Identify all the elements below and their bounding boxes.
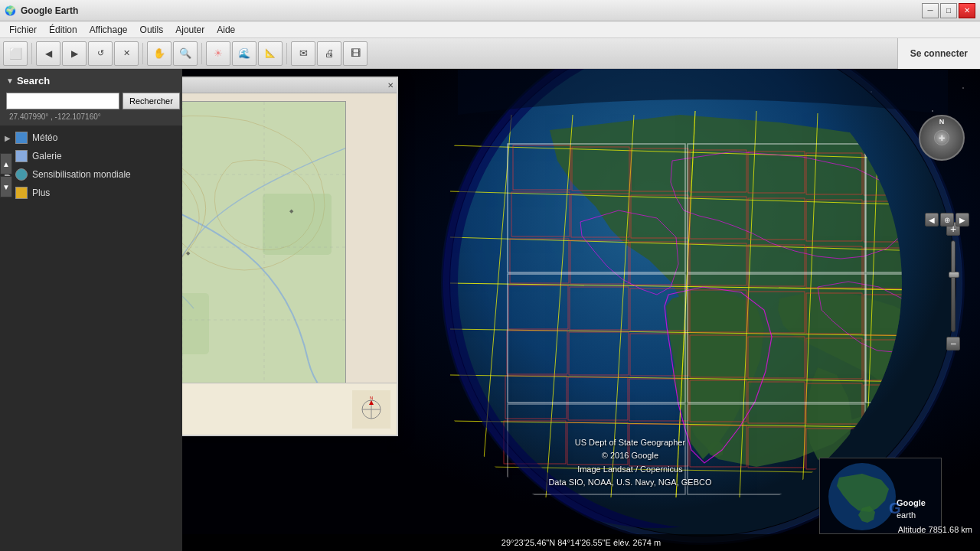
coordinates-text: 29°23'25.46"N 84°14'26.55"E élév. 2674 m <box>501 538 661 547</box>
zoom-control: + − <box>946 222 960 350</box>
layer-item-1[interactable]: ▶ Galerie <box>3 147 179 165</box>
search-input-row: Rechercher <box>3 91 179 111</box>
search-button[interactable]: Rechercher <box>122 93 180 109</box>
stop-button[interactable]: ✕ <box>114 41 139 66</box>
navigation-compass[interactable]: N ✛ <box>919 115 965 161</box>
pan-right-button[interactable]: ▶ <box>956 213 969 227</box>
menu-affichage[interactable]: Affichage <box>83 23 134 37</box>
left-nav-up[interactable]: ▲ <box>0 153 12 174</box>
compass-north-label: N <box>939 118 945 126</box>
layer-label-3: Plus <box>32 187 50 198</box>
maximize-button[interactable]: □ <box>940 3 957 18</box>
svg-rect-99 <box>182 293 209 354</box>
attribution-line2: © 2016 Google <box>548 449 711 463</box>
coords-display: 27.407990° , -122.107160° <box>3 111 179 122</box>
pan-left-button[interactable]: ◀ <box>925 213 939 227</box>
layer-item-3[interactable]: ▶ Plus <box>3 184 179 202</box>
layer-icon-0 <box>15 132 28 144</box>
globe-area[interactable]: US Dept of State Geographer © 2016 Googl… <box>182 69 980 551</box>
search-input[interactable] <box>6 93 119 109</box>
connect-button[interactable]: Se connecter <box>897 38 980 69</box>
toolbar: ⬜ ◀ ▶ ↺ ✕ ✋ 🔍 ☀ 🌊 📐 ✉ 🖨 🎞 Se connecter <box>0 38 980 69</box>
toolbar-sep-3 <box>201 43 202 64</box>
forward-button[interactable]: ▶ <box>62 41 87 66</box>
svg-point-7 <box>962 87 964 89</box>
compass-center[interactable]: ✛ <box>934 130 949 145</box>
topo-map-overlay[interactable]: Aperçu de fichier local ✕ <box>182 77 398 436</box>
topo-legend: 0 10 20 30 km N <box>182 383 397 435</box>
toolbar-sep-1 <box>31 43 32 64</box>
toolbar-sep-2 <box>142 43 143 64</box>
menu-outils[interactable]: Outils <box>134 23 170 37</box>
left-nav-down[interactable]: ▼ <box>0 176 12 197</box>
layer-item-0[interactable]: ▶ Météo <box>3 129 179 147</box>
zoom-tool-button[interactable]: 🔍 <box>173 41 198 66</box>
svg-text:N: N <box>370 396 373 400</box>
menu-aide[interactable]: Aide <box>211 23 241 37</box>
refresh-button[interactable]: ↺ <box>88 41 113 66</box>
ruler-button[interactable]: 📐 <box>258 41 283 66</box>
coordinates-bar: 29°23'25.46"N 84°14'26.55"E élév. 2674 m <box>182 534 980 551</box>
compass-ring[interactable]: N ✛ <box>919 115 965 161</box>
zoom-slider-thumb[interactable] <box>949 272 959 278</box>
left-side-buttons: ▲ ▼ <box>0 153 12 197</box>
layer-label-1: Galerie <box>32 151 62 161</box>
svg-rect-98 <box>263 194 332 255</box>
app-title: Google Earth <box>21 5 78 16</box>
layer-icon-1 <box>15 150 28 162</box>
search-section: ▼ Search Rechercher 27.407990° , -122.10… <box>0 69 182 126</box>
svg-text:G: G <box>889 500 901 517</box>
sunlight-button[interactable]: ☀ <box>206 41 230 66</box>
mini-globe-inset: Google earth G <box>819 458 942 534</box>
layer-item-2[interactable]: ▶ Sensibilisation mondiale <box>3 165 179 184</box>
topo-map-content: ◆ ◆ ◆ 0 10 20 30 km <box>182 93 397 435</box>
menu-edition[interactable]: Édition <box>43 23 83 37</box>
menu-bar: Fichier Édition Affichage Outils Ajouter… <box>0 21 980 38</box>
email-button[interactable]: ✉ <box>291 41 315 66</box>
pan-button[interactable]: ✋ <box>147 41 172 66</box>
navigate-button[interactable]: ⬜ <box>3 41 28 66</box>
back-button[interactable]: ◀ <box>36 41 60 66</box>
legend-scale-text: 0 10 20 30 km <box>182 410 346 417</box>
search-header: ▼ Search <box>3 72 179 91</box>
toolbar-sep-4 <box>286 43 287 64</box>
compass-arrows: ✛ <box>939 134 945 142</box>
topo-map-close-btn[interactable]: ✕ <box>387 81 394 90</box>
search-title: Search <box>17 75 50 86</box>
main-area: ▼ Search Rechercher 27.407990° , -122.10… <box>0 69 980 551</box>
menu-ajouter[interactable]: Ajouter <box>169 23 211 37</box>
topo-map-inner: ◆ ◆ ◆ <box>182 101 346 392</box>
svg-text:Google: Google <box>897 498 926 507</box>
layers-panel: ▶ Météo ▶ Galerie ▶ Sensibilisation mond… <box>0 126 182 551</box>
search-collapse-arrow[interactable]: ▼ <box>6 77 14 85</box>
layer-arrow-0: ▶ <box>5 134 11 142</box>
attribution-line1: US Dept of State Geographer <box>548 436 711 450</box>
topo-map-titlebar: Aperçu de fichier local ✕ <box>182 78 397 93</box>
close-button[interactable]: ✕ <box>959 3 975 18</box>
pan-center-button[interactable]: ⊕ <box>940 213 954 227</box>
attribution-text: US Dept of State Geographer © 2016 Googl… <box>548 436 711 490</box>
record-button[interactable]: 🎞 <box>343 41 368 66</box>
print-button[interactable]: 🖨 <box>317 41 341 66</box>
layer-icon-3 <box>15 187 28 199</box>
layer-icon-2 <box>15 168 28 181</box>
layer-label-0: Météo <box>32 132 57 143</box>
legend-details: 0 10 20 30 km <box>182 401 346 417</box>
zoom-out-button[interactable]: − <box>946 337 960 350</box>
attribution-line3: Image Landsat / Copernicus <box>548 463 711 477</box>
layer-label-2: Sensibilisation mondiale <box>32 169 131 180</box>
legend-box-2: N <box>352 390 390 429</box>
altitude-display: Altitude 7851.68 km <box>898 525 972 534</box>
attribution-line4: Data SIO, NOAA, U.S. Navy, NGA, GEBCO <box>548 476 711 490</box>
ocean-button[interactable]: 🌊 <box>232 41 256 66</box>
title-bar: 🌍 Google Earth ─ □ ✕ <box>0 0 980 21</box>
left-panel: ▼ Search Rechercher 27.407990° , -122.10… <box>0 69 182 551</box>
zoom-slider-track[interactable] <box>951 240 956 332</box>
app-icon: 🌍 <box>5 5 16 16</box>
menu-fichier[interactable]: Fichier <box>3 23 43 37</box>
minimize-button[interactable]: ─ <box>922 3 939 18</box>
